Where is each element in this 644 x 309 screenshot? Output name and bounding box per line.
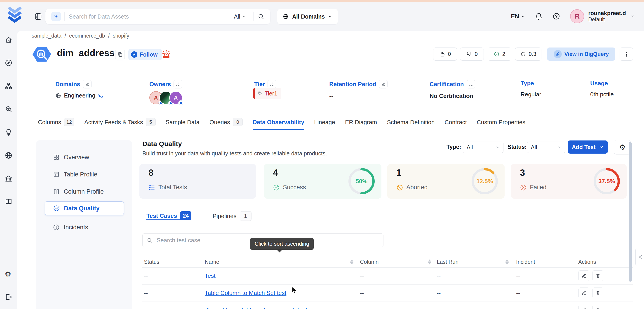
edit-test-button[interactable] bbox=[578, 270, 589, 281]
breadcrumb-item[interactable]: ecommerce_db bbox=[69, 33, 105, 39]
search-divider bbox=[253, 12, 254, 21]
tab-test-cases[interactable]: Test Cases 24 bbox=[146, 211, 192, 220]
logout-icon[interactable] bbox=[5, 293, 12, 301]
all-domains-button[interactable]: All Domains bbox=[277, 9, 338, 25]
meta-divider bbox=[404, 79, 404, 104]
search-scope-dropdown[interactable]: All bbox=[234, 13, 250, 20]
view-in-bigquery-button[interactable]: View in BigQuery bbox=[547, 48, 615, 61]
sort-name-icon[interactable] bbox=[350, 259, 354, 264]
upvote-button[interactable]: 0 bbox=[433, 48, 457, 61]
tab-data-observability[interactable]: Data Observability bbox=[253, 114, 304, 130]
search-input[interactable] bbox=[68, 13, 234, 20]
breadcrumb-item[interactable]: sample_data bbox=[32, 33, 62, 39]
header-last-run[interactable]: Last Run bbox=[437, 259, 458, 265]
search-scope-value: All bbox=[234, 13, 240, 20]
header-name[interactable]: Name bbox=[205, 259, 219, 265]
insights-bulb-icon[interactable] bbox=[5, 129, 12, 136]
entity-tabs: Columns12 Activity Feeds & Tasks5 Sample… bbox=[17, 114, 644, 130]
edit-tier-button[interactable] bbox=[268, 80, 276, 89]
domains-globe-icon[interactable] bbox=[5, 152, 12, 159]
usage-value: 0th pctile bbox=[590, 91, 614, 98]
edit-owners-button[interactable] bbox=[174, 80, 182, 89]
notifications-bell-icon[interactable] bbox=[535, 13, 542, 20]
sidebar-item-data-quality[interactable]: Data Quality bbox=[45, 201, 124, 215]
sidebar-item-overview[interactable]: Overview bbox=[45, 150, 124, 164]
test-case-link[interactable]: Test bbox=[205, 272, 216, 279]
settings-gear-icon[interactable]: ⚙ bbox=[5, 270, 12, 278]
add-test-button[interactable]: Add Test bbox=[568, 140, 608, 154]
copy-icon bbox=[117, 52, 123, 57]
tier-chip[interactable]: Tier1 bbox=[253, 88, 281, 99]
certification-label: Certification bbox=[430, 81, 464, 88]
follow-label: Follow bbox=[140, 51, 158, 58]
test-case-link[interactable]: Table Column to Match Set test bbox=[205, 289, 286, 296]
sidebar-toggle-icon[interactable] bbox=[34, 12, 42, 21]
sidebar-item-table-profile[interactable]: Table Profile bbox=[45, 167, 124, 181]
help-icon[interactable] bbox=[552, 13, 560, 20]
followers-button[interactable]: 2 bbox=[488, 48, 511, 61]
tab-lineage[interactable]: Lineage bbox=[314, 114, 335, 130]
retention-value: -- bbox=[329, 93, 333, 100]
header-column[interactable]: Column bbox=[360, 259, 379, 265]
tab-activity-feeds[interactable]: Activity Feeds & Tasks5 bbox=[84, 114, 156, 130]
tab-custom-properties[interactable]: Custom Properties bbox=[477, 114, 525, 130]
home-icon[interactable] bbox=[5, 36, 12, 44]
chevron-down-icon bbox=[521, 14, 525, 18]
aborted-slash-icon bbox=[396, 184, 403, 191]
bigquery-service-icon bbox=[32, 45, 52, 64]
ai-sparkle-icon[interactable] bbox=[51, 12, 61, 21]
tab-queries[interactable]: Queries0 bbox=[210, 114, 243, 130]
user-menu[interactable]: R rounakpreet.d Default bbox=[570, 9, 635, 23]
edit-certification-button[interactable] bbox=[466, 80, 475, 89]
meta-domains: Domains Engineering bbox=[55, 80, 103, 99]
scrollbar-thumb[interactable] bbox=[629, 142, 632, 282]
observability-icon[interactable] bbox=[5, 105, 12, 113]
edit-test-button[interactable] bbox=[578, 305, 589, 309]
delete-test-button[interactable] bbox=[592, 287, 603, 298]
sidebar-item-column-profile[interactable]: Column Profile bbox=[45, 185, 124, 199]
sidebar-item-incidents[interactable]: Incidents bbox=[45, 220, 124, 234]
status-filter-select[interactable]: All bbox=[527, 142, 565, 153]
search-icon[interactable] bbox=[258, 13, 264, 20]
announcement-alarm-icon[interactable] bbox=[162, 49, 171, 59]
breadcrumb-item[interactable]: shopify bbox=[113, 33, 129, 39]
test-cases-table-header: Status Name Column Last Run Incident Act… bbox=[142, 258, 633, 268]
avatar-initial: R bbox=[575, 13, 580, 20]
domains-value[interactable]: Engineering bbox=[64, 92, 95, 99]
test-settings-button[interactable]: ⚙ bbox=[614, 140, 631, 155]
tab-sample-data[interactable]: Sample Data bbox=[166, 114, 200, 130]
app-logo-icon[interactable] bbox=[8, 7, 22, 24]
type-filter-select[interactable]: All bbox=[463, 142, 504, 153]
edit-domains-button[interactable] bbox=[83, 80, 92, 89]
owner-avatar[interactable]: A bbox=[169, 91, 182, 104]
aborted-ring-chart: 12.5% bbox=[471, 167, 499, 195]
test-case-link[interactable]: dim_address_table_column_count_to_be bbox=[205, 307, 312, 309]
copy-name-button[interactable] bbox=[115, 49, 125, 60]
test-cases-count-badge: 24 bbox=[180, 211, 192, 220]
tab-columns[interactable]: Columns12 bbox=[38, 114, 74, 130]
data-quality-title: Data Quality bbox=[142, 140, 182, 148]
more-options-button[interactable] bbox=[620, 48, 633, 61]
retention-label: Retention Period bbox=[329, 81, 376, 88]
edit-test-button[interactable] bbox=[578, 287, 589, 298]
sort-last-run-icon[interactable] bbox=[506, 259, 509, 264]
delete-test-button[interactable] bbox=[592, 270, 603, 281]
explore-compass-icon[interactable] bbox=[5, 59, 12, 67]
global-search: All bbox=[45, 9, 270, 25]
tab-er-diagram[interactable]: ER Diagram bbox=[345, 114, 377, 130]
panel-expand-button[interactable] bbox=[636, 248, 644, 266]
sidebar-item-label: Incidents bbox=[64, 224, 88, 231]
glossary-book-icon[interactable] bbox=[5, 198, 12, 205]
edit-retention-button[interactable] bbox=[379, 80, 388, 89]
downvote-button[interactable]: 0 bbox=[460, 48, 484, 61]
tab-contract[interactable]: Contract bbox=[445, 114, 467, 130]
follow-button[interactable]: ★ Follow bbox=[128, 49, 162, 60]
tab-schema-definition[interactable]: Schema Definition bbox=[387, 114, 435, 130]
platform-sitemap-icon[interactable] bbox=[5, 82, 12, 90]
language-dropdown[interactable]: EN bbox=[511, 13, 525, 20]
govern-bank-icon[interactable] bbox=[5, 175, 12, 183]
version-button[interactable]: 0.3 bbox=[515, 48, 542, 61]
sort-column-icon[interactable] bbox=[428, 259, 431, 264]
tab-pipelines[interactable]: Pipelines 1 bbox=[213, 211, 252, 221]
delete-test-button[interactable] bbox=[592, 305, 603, 309]
